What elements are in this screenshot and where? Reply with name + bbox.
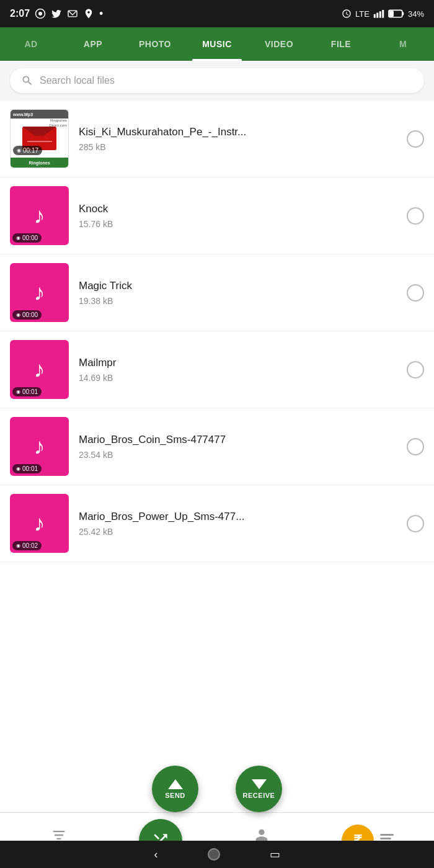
list-item[interactable]: ♪ 00:02 Mario_Bros_Power_Up_Sms-477... 2… xyxy=(0,485,434,562)
file-thumbnail-5: ♪ 00:01 xyxy=(10,417,69,476)
radio-select-3[interactable] xyxy=(407,284,424,302)
tab-bar: AD APP PHOTO MUSIC VIDEO FILE M xyxy=(0,27,434,61)
file-name-5: Mario_Bros_Coin_Sms-477477 xyxy=(79,434,397,446)
send-arrow-icon xyxy=(168,779,183,789)
duration-badge-2: 00:00 xyxy=(12,233,42,243)
svg-rect-4 xyxy=(376,13,378,18)
file-size-4: 14.69 kB xyxy=(79,373,397,383)
tab-photo[interactable]: PHOTO xyxy=(124,27,186,61)
search-container: Search local files xyxy=(0,61,434,101)
radio-select-5[interactable] xyxy=(407,438,424,455)
twitter-icon xyxy=(51,8,62,19)
mail-icon xyxy=(67,9,78,18)
file-info-3: Magic Trick 19.38 kB xyxy=(79,280,397,306)
file-name-2: Knock xyxy=(79,203,397,215)
search-box[interactable]: Search local files xyxy=(10,68,424,93)
file-info-6: Mario_Bros_Power_Up_Sms-477... 25.42 kB xyxy=(79,511,397,537)
tab-music[interactable]: MUSIC xyxy=(186,27,248,61)
radio-select-4[interactable] xyxy=(407,361,424,378)
search-placeholder: Search local files xyxy=(40,75,115,86)
receive-arrow-icon xyxy=(252,779,267,789)
search-icon xyxy=(21,74,33,87)
file-info-5: Mario_Bros_Coin_Sms-477477 23.54 kB xyxy=(79,434,397,460)
file-info-1: Kisi_Ki_Muskurahaton_Pe_-_Instr... 285 k… xyxy=(79,126,397,152)
home-button[interactable] xyxy=(208,848,220,861)
radio-select-2[interactable] xyxy=(407,207,424,225)
svg-point-1 xyxy=(38,12,42,16)
send-button[interactable]: SEND xyxy=(152,766,198,812)
file-list: www.Mp3 RingtonesDirect.com Ringtones 00… xyxy=(0,101,434,562)
file-name-4: Mailmpr xyxy=(79,357,397,369)
music-note-icon: ♪ xyxy=(34,434,45,460)
list-item[interactable]: ♪ 00:00 Knock 15.76 kB xyxy=(0,177,434,254)
tab-ad[interactable]: AD xyxy=(0,27,62,61)
back-button[interactable]: ‹ xyxy=(154,848,158,861)
duration-badge-3: 00:00 xyxy=(12,310,42,320)
lte-label: LTE xyxy=(355,9,370,19)
signal-icon xyxy=(373,9,384,18)
file-name-3: Magic Trick xyxy=(79,280,397,292)
file-info-4: Mailmpr 14.69 kB xyxy=(79,357,397,383)
tab-video[interactable]: VIDEO xyxy=(248,27,310,61)
battery-icon xyxy=(388,9,404,18)
duration-badge-5: 00:01 xyxy=(12,464,42,473)
chrome-icon xyxy=(35,8,46,19)
status-bar: 2:07 • LTE 34% xyxy=(0,0,434,27)
file-thumbnail-2: ♪ 00:00 xyxy=(10,186,69,245)
file-thumbnail-4: ♪ 00:01 xyxy=(10,340,69,399)
battery-level: 34% xyxy=(408,9,424,19)
svg-rect-6 xyxy=(382,10,384,18)
list-item[interactable]: ♪ 00:00 Magic Trick 19.38 kB xyxy=(0,254,434,331)
svg-rect-8 xyxy=(402,12,404,16)
status-left: 2:07 • xyxy=(10,7,103,20)
alarm-icon xyxy=(342,9,352,19)
duration-badge-6: 00:02 xyxy=(12,541,42,550)
recents-button[interactable]: ▭ xyxy=(270,848,280,861)
music-note-icon: ♪ xyxy=(34,357,45,383)
list-item[interactable]: www.Mp3 RingtonesDirect.com Ringtones 00… xyxy=(0,101,434,177)
list-item[interactable]: ♪ 00:01 Mailmpr 14.69 kB xyxy=(0,331,434,408)
location-icon xyxy=(83,8,94,19)
music-note-icon: ♪ xyxy=(34,203,45,229)
duration-badge-4: 00:01 xyxy=(12,387,42,396)
system-nav: ‹ ▭ xyxy=(0,841,434,868)
tab-more[interactable]: M xyxy=(372,27,434,61)
file-name-6: Mario_Bros_Power_Up_Sms-477... xyxy=(79,511,397,523)
status-right: LTE 34% xyxy=(342,9,424,19)
file-size-5: 23.54 kB xyxy=(79,450,397,460)
status-time: 2:07 xyxy=(10,8,30,19)
tab-app[interactable]: APP xyxy=(62,27,124,61)
file-info-2: Knock 15.76 kB xyxy=(79,203,397,229)
music-note-icon: ♪ xyxy=(34,280,45,306)
file-size-6: 25.42 kB xyxy=(79,527,397,537)
tab-file[interactable]: FILE xyxy=(310,27,372,61)
file-size-1: 285 kB xyxy=(79,142,397,152)
list-item[interactable]: ♪ 00:01 Mario_Bros_Coin_Sms-477477 23.54… xyxy=(0,408,434,485)
music-note-icon: ♪ xyxy=(34,511,45,537)
file-thumbnail-6: ♪ 00:02 xyxy=(10,494,69,553)
file-thumbnail-3: ♪ 00:00 xyxy=(10,263,69,322)
receive-button[interactable]: RECEIVE xyxy=(236,766,282,812)
radio-select-6[interactable] xyxy=(407,515,424,532)
file-size-3: 19.38 kB xyxy=(79,296,397,306)
file-size-2: 15.76 kB xyxy=(79,219,397,229)
dot-indicator: • xyxy=(99,7,103,20)
fab-container: SEND RECEIVE xyxy=(0,766,434,812)
radio-select-1[interactable] xyxy=(407,130,424,148)
svg-rect-5 xyxy=(379,11,381,18)
svg-rect-3 xyxy=(374,14,376,18)
file-name-1: Kisi_Ki_Muskurahaton_Pe_-_Instr... xyxy=(79,126,397,138)
file-thumbnail-1: www.Mp3 RingtonesDirect.com Ringtones 00… xyxy=(10,109,69,168)
svg-rect-9 xyxy=(389,11,394,17)
